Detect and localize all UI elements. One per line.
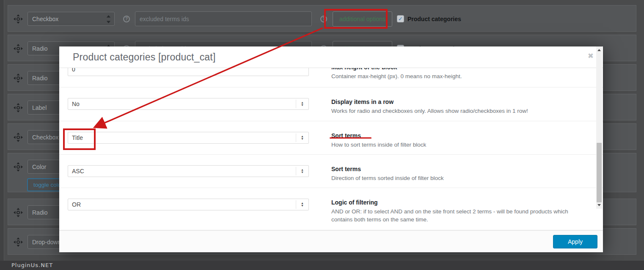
watermark-bar: PluginUs.NET	[0, 261, 644, 270]
display-items-row-select[interactable]: No▲▼	[68, 98, 309, 110]
option-description: AND or OR: if to select AND and on the s…	[331, 207, 590, 224]
help-icon[interactable]: ?	[123, 16, 130, 22]
move-icon[interactable]	[13, 237, 23, 247]
move-icon[interactable]	[13, 44, 23, 54]
move-icon[interactable]	[13, 162, 23, 172]
select-value: Title	[72, 134, 83, 141]
option-description: How to sort terms inside of filter block	[331, 141, 590, 149]
scrollbar-thumb[interactable]	[597, 143, 602, 202]
filter-row: Checkbox??additional options✓Product cat…	[8, 5, 636, 32]
excluded-terms-input[interactable]	[135, 11, 312, 26]
move-icon[interactable]	[13, 73, 23, 83]
move-icon[interactable]	[13, 207, 23, 218]
page: Checkbox??additional options✓Product cat…	[0, 0, 644, 270]
option-description: Container max-height (px). 0 means no ma…	[331, 72, 590, 80]
modal-title: Product categories [product_cat]	[73, 52, 216, 63]
taxonomy-checkbox-label: Product categories	[407, 16, 461, 22]
scroll-up-icon[interactable]	[596, 46, 602, 54]
modal-option-row: OR▲▼Logic of filteringAND or OR: if to s…	[59, 188, 603, 230]
additional-options-button[interactable]: additional options	[333, 11, 392, 27]
logic-of-filtering-select[interactable]: OR▲▼	[68, 199, 309, 210]
close-icon[interactable]: ✖	[588, 52, 594, 60]
modal-option-row: ASC▲▼Sort termsDirection of terms sorted…	[59, 155, 603, 188]
max-height-input[interactable]	[68, 68, 309, 76]
option-label: Logic of filtering	[331, 199, 590, 206]
admin-menu-edge	[0, 0, 4, 261]
filter-type-value: Radio	[32, 75, 48, 82]
product-categories-modal: Product categories [product_cat] ✖ Max h…	[59, 46, 603, 252]
option-description: Works for radio and checkboxes only. All…	[331, 107, 590, 115]
filter-type-value: Checkbox	[32, 16, 58, 22]
filter-type-value: Color	[32, 164, 46, 170]
option-label: Sort terms	[331, 132, 590, 139]
check-icon: ✓	[398, 16, 403, 22]
filter-type-value: Radio	[32, 45, 48, 52]
select-spinner-icon: ▲▼	[296, 100, 308, 108]
filter-type-value: Drop-down	[32, 239, 61, 245]
move-icon[interactable]	[13, 103, 23, 113]
option-label: Display items in a row	[331, 98, 590, 106]
move-icon[interactable]	[13, 132, 23, 142]
modal-content: Max height of the blockContainer max-hei…	[59, 68, 603, 230]
filter-type-value: Checkbox	[32, 134, 58, 141]
option-label: Max height of the block	[331, 68, 590, 71]
select-arrows-icon	[106, 15, 111, 23]
move-icon[interactable]	[13, 14, 23, 24]
select-value: No	[72, 101, 80, 107]
taxonomy-checkbox[interactable]: ✓	[397, 15, 404, 22]
select-value: ASC	[72, 168, 84, 175]
select-spinner-icon: ▲▼	[296, 134, 308, 142]
select-spinner-icon: ▲▼	[296, 200, 308, 209]
modal-option-row: Max height of the blockContainer max-hei…	[59, 68, 603, 87]
select-value: OR	[72, 201, 81, 208]
option-description: Direction of terms sorted inside of filt…	[331, 174, 590, 182]
sort-terms-select[interactable]: Title▲▼	[68, 132, 309, 144]
modal-header: Product categories [product_cat] ✖	[59, 46, 603, 68]
modal-option-row: No▲▼Display items in a rowWorks for radi…	[59, 87, 603, 121]
modal-scrollbar[interactable]	[596, 46, 602, 209]
sort-terms-direction-select[interactable]: ASC▲▼	[68, 165, 309, 177]
option-label: Sort terms	[331, 165, 590, 173]
help-icon[interactable]: ?	[320, 16, 327, 22]
watermark-text: PluginUs.NET	[11, 262, 53, 268]
modal-option-row: Title▲▼Sort termsHow to sort terms insid…	[59, 121, 603, 155]
apply-button[interactable]: Apply	[553, 235, 597, 248]
scroll-down-icon[interactable]	[596, 202, 602, 209]
filter-type-value: Label	[32, 104, 47, 111]
select-spinner-icon: ▲▼	[296, 167, 308, 175]
modal-footer: Apply	[59, 230, 603, 252]
filter-type-value: Radio	[32, 209, 48, 216]
filter-type-select[interactable]: Checkbox	[28, 12, 115, 26]
